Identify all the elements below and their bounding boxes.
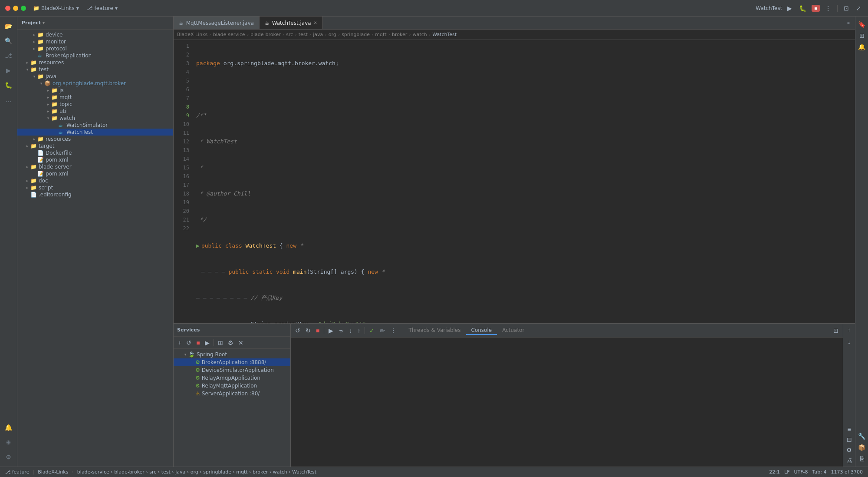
indent[interactable]: Tab: 4 — [811, 469, 829, 475]
notifications2-icon[interactable]: 🔔 — [856, 43, 867, 51]
tree-item-blade-server[interactable]: ▸ 📁 blade-server — [17, 163, 173, 170]
notifications-icon[interactable]: 🔔 — [3, 421, 15, 434]
tree-item-package[interactable]: ▾ 📦 org.springblade.mqtt.broker — [17, 80, 173, 87]
restart-debug-button[interactable]: ↺ — [293, 326, 302, 335]
bc-test[interactable]: test — [299, 32, 308, 37]
tree-item-brokerapplication[interactable]: ▸ ☕ BrokerApplication — [17, 52, 173, 59]
maximize-button[interactable] — [21, 6, 26, 11]
service-item-spring-boot[interactable]: ▾ 🍃 Spring Boot — [174, 351, 290, 358]
branch-selector[interactable]: ⎇ feature ▾ — [87, 5, 118, 11]
bc-watch[interactable]: watch — [413, 32, 427, 37]
service-item-relayamqp[interactable]: ▸ ⚙ RelayAmqpApplication — [174, 374, 290, 382]
tab-close-button[interactable]: ✕ — [314, 20, 317, 25]
bc-src[interactable]: src — [286, 32, 293, 37]
settings-icon[interactable]: ⚙ — [3, 451, 15, 463]
restart-service-button[interactable]: ↺ — [184, 338, 193, 347]
line-ending[interactable]: LF — [783, 469, 791, 475]
edit-button[interactable]: ✏ — [378, 326, 387, 335]
service-item-brokerapplication[interactable]: ▸ ⚙ BrokerApplication :8888/ — [174, 358, 290, 366]
services-tree[interactable]: ▾ 🍃 Spring Boot ▸ ⚙ BrokerApplication :8… — [174, 349, 290, 467]
code-editor[interactable]: 1 2 3 4 5 6 7 8 9 10 11 12 13 14 15 16 1 — [174, 40, 855, 323]
more-icon[interactable]: … — [3, 94, 15, 106]
tree-item-resources[interactable]: ▸ 📁 resources — [17, 59, 173, 66]
service-item-relaymqtt[interactable]: ▸ ⚙ RelayMqttApplication — [174, 382, 290, 390]
stop-service-button[interactable]: ■ — [194, 338, 201, 347]
bc-springblade[interactable]: springblade — [342, 32, 370, 37]
tab-mqttmessagelistener[interactable]: ☕ MqttMessageListener.java — [174, 17, 260, 29]
tree-item-protocol[interactable]: ▸ 📁 protocol — [17, 45, 173, 52]
tab-actuator[interactable]: Actuator — [497, 326, 529, 335]
git-branch-status[interactable]: ⎇ feature — [3, 469, 31, 475]
run-service-button[interactable]: ▶ — [203, 338, 211, 347]
bc-org[interactable]: org — [329, 32, 336, 37]
tree-item-doc[interactable]: ▸ 📁 doc — [17, 177, 173, 184]
project-icon[interactable]: 📂 — [3, 20, 15, 32]
expand-panel-button[interactable]: ⊡ — [832, 326, 840, 335]
tree-item-pom2[interactable]: ▸ 📝 pom.xml — [17, 170, 173, 177]
add-service-button[interactable]: + — [176, 338, 183, 347]
bc-bladelinks[interactable]: BladeX-Links — [177, 32, 207, 37]
layout-button[interactable]: ⊞ — [216, 338, 225, 347]
project-name[interactable]: 📁 BladeX-Links ▾ — [33, 5, 79, 11]
filter-button[interactable]: ⚙ — [226, 338, 235, 347]
vcs-icon[interactable]: ⎇ — [3, 50, 15, 62]
filter-log-button[interactable]: ⊟ — [845, 435, 854, 444]
tree-item-editorconfig[interactable]: ▸ 📄 .editorconfig — [17, 191, 173, 198]
tree-item-watch[interactable]: ▾ 📁 watch — [17, 115, 173, 122]
scroll-end-button[interactable]: ↓ — [846, 338, 852, 346]
tree-item-target[interactable]: ▸ 📁 target — [17, 142, 173, 149]
tab-watchtest[interactable]: ☕ WatchTest.java ✕ — [260, 17, 323, 29]
find-icon[interactable]: 🔍 — [3, 35, 15, 47]
bookmarks-icon[interactable]: 🔖 — [856, 20, 867, 29]
tree-item-watchtest[interactable]: ▸ ☕ WatchTest — [17, 129, 173, 136]
expand-button[interactable]: ⤢ — [854, 4, 863, 13]
cursor-position[interactable]: 22:1 — [767, 469, 782, 475]
code-content[interactable]: package org.springblade.mqtt.broker.watc… — [193, 40, 855, 323]
bc-blade-broker[interactable]: blade-broker — [250, 32, 281, 37]
more-debug-button[interactable]: ⋮ — [388, 326, 398, 335]
tree-item-mqtt[interactable]: ▸ 📁 mqtt — [17, 94, 173, 101]
tree-item-js[interactable]: ▸ 📁 js — [17, 87, 173, 94]
tree-item-resources2[interactable]: ▸ 📁 resources — [17, 136, 173, 142]
evaluate-button[interactable]: ✓ — [368, 326, 376, 335]
gradle-icon[interactable]: 🔧 — [856, 432, 867, 441]
bc-mqtt[interactable]: mqtt — [375, 32, 386, 37]
close-button[interactable] — [5, 6, 10, 11]
scroll-top-button[interactable]: ↑ — [846, 325, 852, 334]
tree-item-watchsimulator[interactable]: ▸ ☕ WatchSimulator — [17, 122, 173, 129]
print-button[interactable]: 🖨 — [845, 456, 854, 465]
git-icon[interactable]: ⊕ — [3, 436, 15, 448]
tree-item-device[interactable]: ▸ 📁 device — [17, 31, 173, 38]
bc-watchtest[interactable]: WatchTest — [432, 32, 457, 37]
tree-item-script[interactable]: ▸ 📁 script — [17, 184, 173, 191]
tree-item-monitor[interactable]: ▸ 📁 monitor — [17, 38, 173, 45]
step-into-button[interactable]: ↓ — [347, 326, 354, 335]
service-item-server[interactable]: ▸ ⚠ ServerApplication :80/ — [174, 390, 290, 398]
debug-icon[interactable]: 🐛 — [3, 79, 15, 91]
tree-item-dockerfile[interactable]: ▸ 📄 Dockerfile — [17, 149, 173, 156]
stop-debug-button[interactable]: ■ — [314, 326, 321, 335]
more-options-button[interactable]: ⋮ — [823, 4, 833, 13]
structure-icon[interactable]: ⊞ — [858, 31, 866, 40]
restart-debug2-button[interactable]: ↻ — [304, 326, 312, 335]
recent-files-button[interactable]: ≡ — [845, 20, 852, 26]
run-button[interactable]: ▶ — [786, 4, 794, 13]
maven-icon[interactable]: 📦 — [856, 443, 867, 452]
stop-button[interactable]: ■ — [812, 5, 820, 12]
restore-button[interactable]: ⊡ — [842, 4, 851, 13]
console-content[interactable] — [291, 338, 843, 467]
service-item-devicesimulator[interactable]: ▸ ⚙ DeviceSimulatorApplication — [174, 366, 290, 374]
debug-run-button[interactable]: 🐛 — [797, 4, 808, 13]
tab-console[interactable]: Console — [466, 326, 497, 335]
minimize-button[interactable] — [13, 6, 18, 11]
tree-item-test[interactable]: ▾ 📁 test — [17, 66, 173, 73]
tree-item-util[interactable]: ▸ 📁 util — [17, 108, 173, 115]
resume-button[interactable]: ▶ — [327, 326, 335, 335]
close-panel-button[interactable]: ✕ — [237, 338, 245, 347]
bc-blade-service[interactable]: blade-service — [213, 32, 245, 37]
bc-java[interactable]: java — [313, 32, 323, 37]
database-icon[interactable]: 🗄 — [857, 454, 867, 463]
settings-log-button[interactable]: ⚙ — [845, 446, 854, 454]
sort-alpha-button[interactable]: ≡ — [845, 425, 852, 434]
step-over-button[interactable]: ⤼ — [337, 326, 345, 335]
